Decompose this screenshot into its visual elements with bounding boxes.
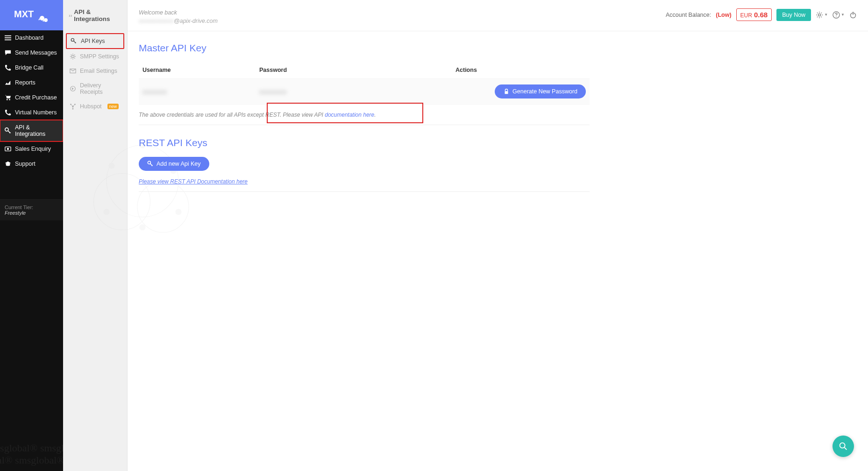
subnav-label: SMPP Settings (80, 53, 119, 60)
api-credentials-row: xxxxxxxx xxxxxxxxx Generate New Password (139, 78, 590, 105)
master-api-table: Username Password Actions xxxxxxxx xxxxx… (139, 62, 590, 105)
chevron-icon: ›› (69, 13, 72, 18)
rest-api-heading: REST API Keys (139, 137, 857, 148)
gear-icon (70, 53, 76, 60)
main-area: Welcome back xxxxxxxxxxxx@apix-drive.com… (128, 0, 868, 471)
nav-dashboard[interactable]: Dashboard (0, 30, 63, 45)
search-icon (838, 441, 848, 451)
topbar: Welcome back xxxxxxxxxxxx@apix-drive.com… (128, 0, 868, 31)
nav-sales-enquiry[interactable]: Sales Enquiry (0, 141, 63, 156)
bars-icon (5, 35, 11, 41)
subnav-label: API Keys (81, 38, 105, 44)
nav-label: Virtual Numbers (15, 109, 57, 116)
svg-point-21 (108, 162, 114, 169)
svg-point-33 (148, 161, 150, 164)
help-fab[interactable] (832, 436, 854, 457)
sidebar-secondary: ››API & Integrations API Keys SMPP Setti… (63, 0, 128, 471)
tier-value: Freestyle (5, 210, 58, 216)
svg-rect-4 (5, 40, 11, 41)
welcome-text: Welcome back (139, 8, 218, 17)
master-api-heading: Master API Key (139, 42, 857, 54)
user-email: xxxxxxxxxxxx@apix-drive.com (139, 17, 218, 25)
question-icon (832, 11, 840, 19)
buy-now-button[interactable]: Buy Now (776, 9, 811, 21)
subnav-email[interactable]: Email Settings (66, 64, 124, 78)
chat-icon (5, 49, 11, 56)
content: Master API Key Username Password Actions… (128, 31, 868, 203)
nav-bridge-call[interactable]: Bridge Call (0, 60, 63, 75)
col-actions: Actions (452, 62, 590, 78)
key-icon (5, 127, 11, 134)
lock-icon (503, 88, 510, 95)
envelope-icon (70, 68, 76, 74)
svg-rect-32 (505, 91, 508, 94)
chart-icon (5, 79, 11, 86)
key-icon (147, 161, 154, 167)
subnav-label: Email Settings (80, 68, 117, 74)
svg-point-10 (71, 38, 74, 41)
logout-button[interactable] (849, 11, 857, 19)
phone-icon (5, 109, 11, 116)
master-api-note: The above credentials are used for all A… (139, 112, 590, 125)
subnav-delivery[interactable]: Delivery Receipts (66, 78, 124, 99)
settings-dropdown[interactable]: ▼ (816, 11, 828, 19)
generate-password-button[interactable]: Generate New Password (495, 84, 586, 98)
svg-point-34 (840, 443, 845, 448)
phone-icon (5, 64, 11, 71)
svg-point-29 (836, 16, 837, 17)
rest-docs-link[interactable]: Please view REST API Documentation here (139, 178, 248, 191)
api-docs-link[interactable]: documentation here (325, 112, 374, 118)
logo[interactable]: MXT (0, 0, 63, 30)
svg-point-5 (7, 99, 8, 100)
svg-rect-2 (5, 35, 11, 36)
svg-rect-31 (853, 12, 854, 15)
balance-status: (Low) (716, 12, 731, 18)
nav-virtual-numbers[interactable]: Virtual Numbers (0, 105, 63, 120)
svg-point-1 (44, 18, 48, 22)
cart-icon (5, 94, 11, 101)
nav-credit-purchase[interactable]: Credit Purchase (0, 90, 63, 105)
svg-point-11 (71, 55, 74, 57)
subnav-label: Hubspot (80, 103, 102, 110)
svg-point-9 (7, 148, 9, 150)
balance-label: Account Balance: (666, 12, 711, 18)
nav-reports[interactable]: Reports (0, 75, 63, 90)
nav-label: API & Integrations (15, 124, 58, 137)
nav-support[interactable]: Support (0, 156, 63, 171)
subnav-api-keys[interactable]: API Keys (66, 33, 124, 49)
password-value: xxxxxxxxx (259, 88, 287, 95)
gear-icon (816, 11, 823, 19)
add-api-key-button[interactable]: Add new Api Key (139, 157, 209, 171)
svg-point-7 (5, 128, 8, 131)
balance-pill[interactable]: EUR0.68 (736, 8, 772, 21)
new-badge: new (107, 104, 119, 109)
account-info: Account Balance: (Low) EUR0.68 Buy Now ▼… (666, 8, 857, 21)
tier-info: Current Tier: Freestyle (0, 199, 63, 220)
nav-label: Bridge Call (15, 64, 43, 71)
col-password: Password (256, 62, 452, 78)
logo-text: MXT (14, 9, 34, 19)
subnav-label: Delivery Receipts (80, 82, 121, 95)
svg-point-24 (103, 209, 109, 215)
nav-api-integrations[interactable]: API & Integrations (0, 120, 63, 141)
svg-point-0 (40, 16, 44, 21)
tier-label: Current Tier: (5, 204, 58, 210)
arrow-right-icon (70, 85, 76, 92)
nav-label: Reports (15, 79, 36, 86)
username-value: xxxxxxxx (142, 88, 167, 95)
sidebar-primary: MXT Dashboard Send Messages Bridge Call … (0, 0, 63, 471)
hub-icon (70, 103, 76, 110)
help-dropdown[interactable]: ▼ (832, 11, 845, 19)
subnav-title: ››API & Integrations (63, 0, 127, 30)
subnav-hubspot[interactable]: Hubspotnew (66, 99, 124, 113)
cap-icon (5, 161, 11, 167)
nav-label: Dashboard (15, 35, 43, 41)
key-icon (71, 38, 77, 44)
svg-rect-3 (5, 37, 11, 38)
nav-send-messages[interactable]: Send Messages (0, 45, 63, 60)
nav-label: Support (15, 161, 36, 167)
col-username: Username (139, 62, 256, 78)
subnav-smpp[interactable]: SMPP Settings (66, 49, 124, 63)
svg-point-6 (9, 99, 10, 100)
nav-label: Send Messages (15, 49, 57, 56)
